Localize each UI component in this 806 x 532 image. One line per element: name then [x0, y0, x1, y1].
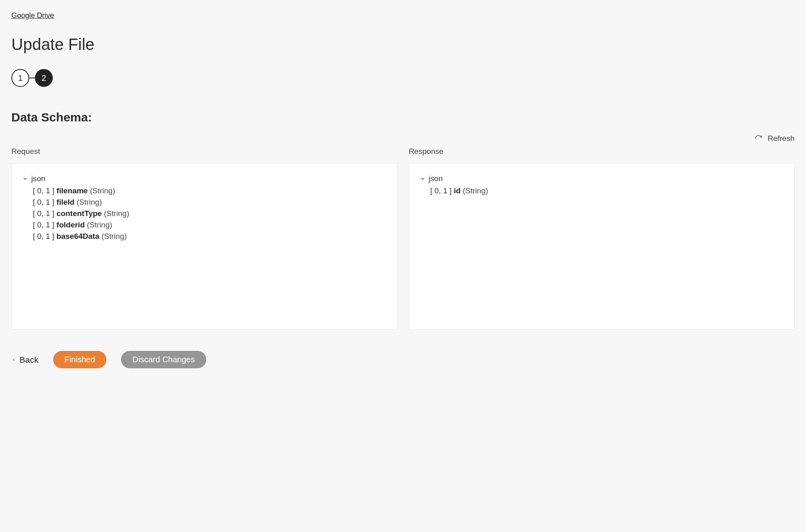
footer-actions: Back Finished Discard Changes	[11, 351, 795, 368]
step-connector	[29, 78, 35, 78]
field-type: (String)	[90, 186, 115, 195]
field-cardinality: [ 0, 1 ]	[33, 221, 54, 229]
section-title: Data Schema:	[11, 110, 795, 124]
finished-button[interactable]: Finished	[53, 351, 107, 368]
field-type: (String)	[87, 221, 112, 229]
field-cardinality: [ 0, 1 ]	[430, 186, 452, 195]
page-title: Update File	[11, 35, 795, 54]
request-panel: json [ 0, 1 ] filename (String) [ 0, 1 ]…	[11, 163, 398, 330]
back-button[interactable]: Back	[11, 355, 39, 365]
field-type: (String)	[104, 209, 129, 218]
response-root-label: json	[429, 174, 443, 183]
chevron-down-icon	[420, 176, 426, 182]
field-cardinality: [ 0, 1 ]	[33, 209, 54, 218]
field-cardinality: [ 0, 1 ]	[33, 232, 54, 240]
response-column: Response json [ 0, 1 ] id (String)	[409, 144, 795, 330]
request-fields: [ 0, 1 ] filename (String) [ 0, 1 ] file…	[33, 186, 387, 241]
field-name: base64Data	[56, 232, 99, 240]
schema-panels: Request json [ 0, 1 ] filename (String) …	[11, 144, 795, 330]
field-name: contentType	[56, 209, 102, 218]
breadcrumb-link[interactable]: Google Drive	[11, 11, 54, 19]
request-field: [ 0, 1 ] base64Data (String)	[33, 232, 387, 241]
stepper: 1 2	[11, 69, 795, 87]
request-field: [ 0, 1 ] contentType (String)	[33, 209, 387, 218]
discard-changes-button[interactable]: Discard Changes	[121, 351, 206, 368]
field-type: (String)	[77, 198, 102, 206]
step-2[interactable]: 2	[35, 69, 53, 87]
field-type: (String)	[463, 186, 488, 195]
response-panel: json [ 0, 1 ] id (String)	[409, 163, 795, 330]
field-cardinality: [ 0, 1 ]	[33, 198, 54, 206]
refresh-label: Refresh	[767, 134, 795, 143]
field-type: (String)	[102, 232, 127, 240]
back-label: Back	[19, 355, 39, 365]
field-name: id	[454, 186, 461, 195]
request-root-label: json	[31, 174, 45, 183]
chevron-left-icon	[11, 357, 16, 363]
response-fields: [ 0, 1 ] id (String)	[430, 186, 784, 195]
refresh-button[interactable]: Refresh	[11, 134, 795, 143]
response-root-toggle[interactable]: json	[420, 174, 784, 183]
request-field: [ 0, 1 ] folderid (String)	[33, 221, 387, 229]
field-name: folderid	[56, 221, 85, 229]
response-field: [ 0, 1 ] id (String)	[430, 186, 784, 195]
step-1[interactable]: 1	[11, 69, 29, 87]
field-cardinality: [ 0, 1 ]	[33, 186, 54, 195]
refresh-icon	[754, 134, 763, 143]
request-root-toggle[interactable]: json	[22, 174, 387, 183]
response-label: Response	[409, 147, 795, 156]
chevron-down-icon	[22, 176, 28, 182]
field-name: filename	[56, 186, 88, 195]
field-name: fileId	[56, 198, 74, 206]
request-field: [ 0, 1 ] fileId (String)	[33, 198, 387, 207]
request-label: Request	[11, 147, 398, 156]
request-column: Request json [ 0, 1 ] filename (String) …	[11, 144, 398, 330]
request-field: [ 0, 1 ] filename (String)	[33, 186, 387, 195]
